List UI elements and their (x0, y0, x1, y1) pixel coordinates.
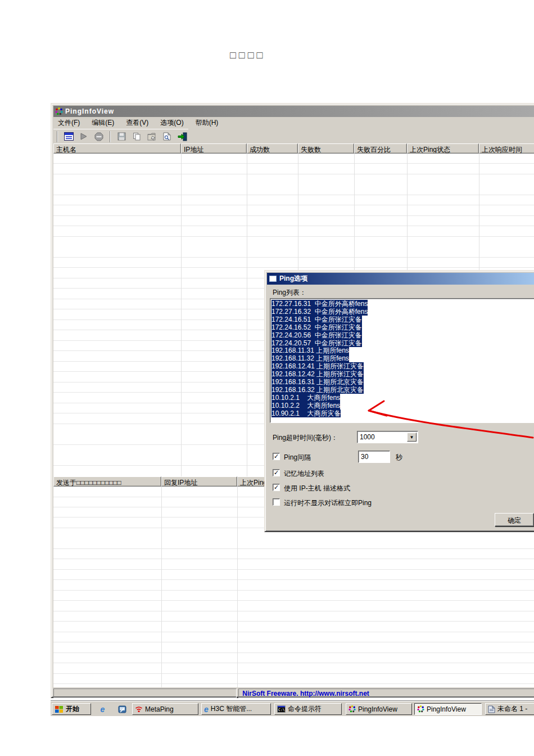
interval-value: 30 (361, 453, 368, 461)
column-failed[interactable]: 失败数 (298, 143, 354, 154)
ping-list-item[interactable]: 192.168.11.32 上期所fens (271, 355, 534, 363)
menu-help[interactable]: 帮助(H) (194, 118, 220, 128)
ping-list-item[interactable]: 10.90.2.1 大商所灾备 (271, 410, 534, 418)
column-fail-percent[interactable]: 失败百分比 (354, 143, 407, 154)
timeout-combobox[interactable]: 1000 ▼ (357, 431, 418, 443)
column-success[interactable]: 成功数 (247, 143, 298, 154)
app-icon (55, 107, 63, 115)
ie-icon: e (204, 705, 209, 713)
taskbar-button-h3c[interactable]: e H3C 智能管... (201, 703, 271, 715)
remember-list-checkbox[interactable]: ✓ (273, 469, 280, 476)
dialog-titlebar: Ping选项 (267, 273, 534, 285)
ping-list-item[interactable]: 172.24.20.56 中金所张江灾备 (271, 332, 534, 340)
ping-list-item[interactable]: 172.24.20.57 中金所张江灾备 (271, 340, 534, 348)
interval-input[interactable]: 30 (358, 451, 390, 463)
ping-list-box[interactable]: 172.27.16.31 中金所外高桥fens172.27.16.32 中金所外… (270, 298, 534, 423)
taskbar-label: 未命名 1 - (497, 704, 527, 714)
remember-list-label: 记忆地址列表 (284, 469, 324, 479)
ping-list-label: Ping列表： (273, 288, 306, 298)
taskbar-button-pinginfoview[interactable]: PingInfoView (346, 703, 412, 715)
toolbar (53, 129, 188, 143)
toolbar-grip (57, 131, 58, 142)
taskbar-label: 命令提示符 (288, 704, 322, 714)
column-hostname[interactable]: 主机名 (53, 143, 181, 154)
screenshot-canvas: □□□□ PingInfoView 文件(F) 编辑(E) 查看(V) 选项(O… (0, 0, 534, 756)
ping-list-item[interactable]: 192.168.16.31 上期所北京灾备 (271, 379, 534, 386)
taskbar-button-untitled-doc[interactable]: 未命名 1 - (485, 703, 534, 715)
ping-list-item[interactable]: 192.168.11.31 上期所fens (271, 347, 534, 355)
menu-options[interactable]: 选项(O) (159, 118, 184, 128)
internet-explorer-icon[interactable]: e (98, 704, 107, 714)
start-label: 开始 (66, 704, 79, 714)
menu-file[interactable]: 文件(F) (57, 118, 81, 128)
chevron-down-icon: ▼ (410, 435, 414, 440)
view-list-button[interactable] (62, 130, 75, 142)
taskbar-label: PingInfoView (427, 705, 466, 713)
column-sent-at[interactable]: 发送于□□□□□□□□□□□ (53, 476, 161, 487)
pinginfoview-icon (349, 705, 356, 713)
taskbar-label: H3C 智能管... (211, 704, 252, 714)
ping-list-item[interactable]: 172.24.16.52 中金所张江灾备 (271, 324, 534, 332)
start-ping-button[interactable] (78, 130, 90, 142)
menu-view[interactable]: 查看(V) (125, 118, 150, 128)
stop-icon (94, 132, 103, 141)
nirsoft-link[interactable]: NirSoft Freeware. http://www.nirsoft.net (242, 690, 369, 698)
status-bar: NirSoft Freeware. http://www.nirsoft.net (53, 688, 534, 698)
ping-list-item[interactable]: 192.168.12.41 上期所张江灾备 (271, 363, 534, 371)
ping-list-item[interactable]: 192.168.16.32 上期所北京灾备 (271, 386, 534, 394)
ping-list-item[interactable]: 172.27.16.32 中金所外高桥fens (271, 308, 534, 316)
checkmark-icon: ✓ (274, 469, 279, 476)
interval-checkbox[interactable]: ✓ (273, 453, 280, 460)
results-header-row: 主机名 IP地址 成功数 失败数 失败百分比 上次Ping状态 上次响应时间 (53, 143, 534, 154)
exit-button[interactable] (176, 130, 188, 142)
taskbar-button-cmd[interactable]: C:\ 命令提示符 (274, 703, 342, 715)
play-icon (80, 133, 87, 140)
ping-list-item[interactable]: 192.168.12.42 上期所张江灾备 (271, 371, 534, 379)
column-last-ping-status[interactable]: 上次Ping状态 (407, 143, 479, 154)
taskbar: 开始 e MetaPing e H3C 智能管... (51, 701, 534, 716)
save-button[interactable] (115, 130, 128, 142)
grid-line (247, 154, 247, 476)
report-button[interactable] (161, 130, 173, 142)
wifi-icon (135, 705, 143, 713)
timeout-dropdown-button[interactable]: ▼ (407, 433, 417, 442)
ping-list-item[interactable]: 172.24.16.51 中金所张江灾备 (271, 316, 534, 324)
toolbar-separator (110, 131, 111, 142)
show-desktop-icon[interactable] (117, 704, 127, 714)
taskbar-button-pinginfoview-active[interactable]: PingInfoView (414, 703, 482, 715)
menu-bar: 文件(F) 编辑(E) 查看(V) 选项(O) 帮助(H) (53, 118, 219, 128)
checkmark-icon: ✓ (274, 484, 279, 490)
taskbar-button-metaping[interactable]: MetaPing (132, 703, 198, 715)
ok-button[interactable]: 确定 (495, 513, 534, 526)
no-dialog-label: 运行时不显示对话框立即Ping (284, 498, 372, 508)
stop-ping-button[interactable] (93, 130, 105, 142)
save-icon (117, 132, 126, 141)
column-ip[interactable]: IP地址 (181, 143, 247, 154)
ping-options-dialog: Ping选项 Ping列表： 172.27.16.31 中金所外高桥fens17… (264, 270, 534, 532)
status-panel-brand: NirSoft Freeware. http://www.nirsoft.net (238, 688, 534, 698)
no-dialog-checkbox[interactable] (273, 498, 280, 506)
taskbar-label: PingInfoView (358, 705, 397, 713)
report-icon (163, 132, 171, 141)
status-panel-left (53, 688, 237, 698)
ping-list-item[interactable]: 172.27.16.31 中金所外高桥fens (271, 300, 534, 308)
copy-button[interactable] (130, 130, 143, 142)
ping-list-item[interactable]: 10.10.2.2 大商所fens (271, 402, 534, 410)
ip-host-format-label: 使用 IP-主机 描述格式 (284, 484, 350, 493)
start-button[interactable]: 开始 (52, 703, 91, 715)
column-reply-ip[interactable]: 回复IP地址 (161, 476, 237, 487)
menu-edit[interactable]: 编辑(E) (90, 118, 115, 128)
grid-line (237, 487, 238, 687)
ip-host-format-checkbox[interactable]: ✓ (273, 484, 280, 491)
interval-unit: 秒 (396, 453, 402, 462)
windows-logo-icon (55, 705, 64, 713)
document-title-missing-glyphs: □□□□ (230, 50, 266, 61)
cmd-icon: C:\ (277, 705, 286, 713)
window-titlebar: PingInfoView (53, 106, 534, 117)
dialog-icon (269, 276, 277, 282)
pinginfoview-icon (417, 705, 424, 713)
ping-list: 172.27.16.31 中金所外高桥fens172.27.16.32 中金所外… (271, 300, 534, 418)
ping-list-item[interactable]: 10.10.2.1 大商所fens (271, 394, 534, 402)
properties-button[interactable] (146, 130, 158, 142)
column-last-response[interactable]: 上次响应时间 (479, 143, 534, 154)
